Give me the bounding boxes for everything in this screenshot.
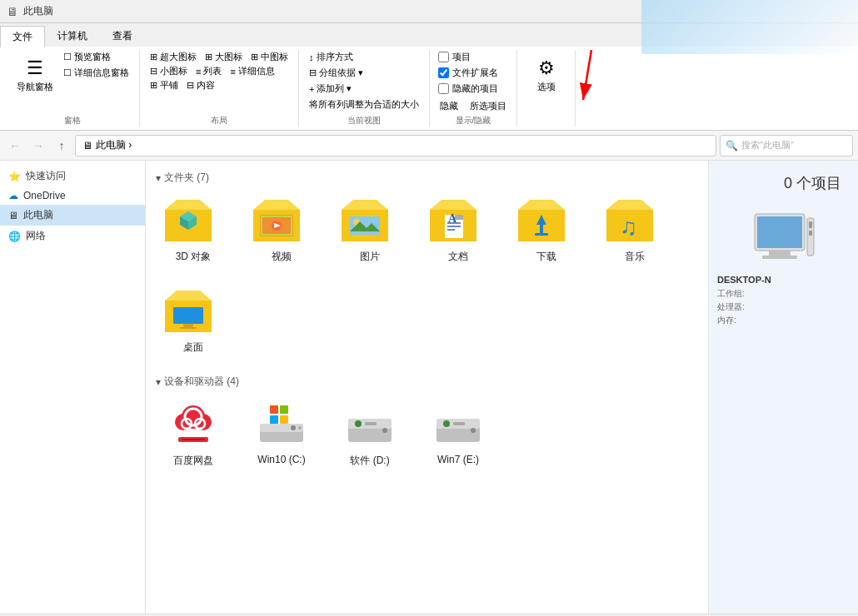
cb-item-checkboxes-input[interactable] <box>438 52 449 62</box>
item-count: 0 个项目 <box>717 169 850 193</box>
folder-video[interactable]: 视频 <box>244 190 319 267</box>
drives-chevron[interactable]: ▾ <box>156 376 161 388</box>
address-bar[interactable]: 🖥 此电脑 › <box>75 135 716 156</box>
svg-rect-61 <box>280 415 288 424</box>
folder-pictures[interactable]: 图片 <box>332 190 407 267</box>
btn-large[interactable]: ⊞ 大图标 <box>202 50 246 64</box>
btn-detail[interactable]: ≡ 详细信息 <box>227 64 277 78</box>
sidebar-item-network[interactable]: 🌐 网络 <box>0 226 145 246</box>
folder-documents[interactable]: A 文档 <box>421 190 496 267</box>
cb-file-ext-input[interactable] <box>438 67 449 78</box>
btn-add-col[interactable]: + 添加列 ▾ <box>306 82 356 96</box>
onedrive-label: OneDrive <box>23 190 66 201</box>
cb-hidden-items-input[interactable] <box>438 83 449 94</box>
workgroup: 工作组: <box>717 288 850 300</box>
svg-line-1 <box>583 50 591 100</box>
folder-pictures-icon <box>341 193 399 246</box>
btn-details-pane[interactable]: ☐ 详细信息窗格 <box>60 66 132 80</box>
drive-d[interactable]: 软件 (D:) <box>332 394 407 471</box>
btn-list[interactable]: ≡ 列表 <box>192 64 225 78</box>
drives-label: 设备和驱动器 (4) <box>164 375 239 389</box>
svg-rect-53 <box>182 439 205 440</box>
ribbon-group-panes: ☰ 导航窗格 ☐ 预览窗格 ☐ 详细信息窗格 窗格 <box>5 50 140 127</box>
preview-label: 预览窗格 <box>74 51 111 63</box>
title-bar: 🖥 此电脑 <box>0 0 858 23</box>
ribbon-tabs: 文件 计算机 查看 <box>0 23 858 47</box>
nav-pane-icon: ☰ <box>27 57 43 79</box>
file-content: ▾ 文件夹 (7) <box>146 161 708 614</box>
btn-back[interactable]: ← <box>5 136 25 156</box>
btn-preview-pane[interactable]: ☐ 预览窗格 <box>60 50 132 64</box>
folder-downloads[interactable]: 下载 <box>509 190 584 267</box>
folder-music[interactable]: ♫ 音乐 <box>597 190 672 267</box>
btn-hide-selected[interactable]: 所选项目 <box>466 99 510 113</box>
sidebar-item-quickaccess[interactable]: ⭐ 快速访问 <box>0 166 145 186</box>
content-icon: ⊟ <box>187 80 194 91</box>
folder-desktop-icon <box>164 284 222 337</box>
btn-sort[interactable]: ↕ 排序方式 <box>306 50 357 64</box>
network-icon: 🌐 <box>8 231 21 242</box>
btn-fit-col[interactable]: 将所有列调整为合适的大小 <box>306 97 422 112</box>
svg-marker-37 <box>606 200 653 210</box>
details-label: 详细信息窗格 <box>74 67 129 79</box>
ribbon-content: ☰ 导航窗格 ☐ 预览窗格 ☐ 详细信息窗格 窗格 <box>0 47 858 131</box>
cb-item-checkboxes[interactable]: 项目 <box>436 50 472 64</box>
drive-c-icon <box>252 397 311 450</box>
tab-view[interactable]: 查看 <box>100 25 145 47</box>
btn-options[interactable]: ⚙ 选项 <box>527 50 566 100</box>
preview-check: ☐ <box>63 52 72 62</box>
tab-computer[interactable]: 计算机 <box>45 25 100 47</box>
btn-medium[interactable]: ⊞ 中图标 <box>247 50 292 64</box>
computer-illustration <box>751 210 817 268</box>
onedrive-icon: ☁ <box>8 190 18 201</box>
btn-group[interactable]: ⊟ 分组依据 ▾ <box>306 66 367 80</box>
ribbon-group-show-hide: 项目 文件扩展名 隐藏的项目 隐藏 所选项目 <box>430 50 517 127</box>
detail-icon: ≡ <box>230 67 235 77</box>
cb-file-ext[interactable]: 文件扩展名 <box>436 66 500 80</box>
cb-hidden-items-label: 隐藏的项目 <box>452 82 498 95</box>
svg-rect-60 <box>270 415 278 424</box>
btn-tile[interactable]: ⊞ 平铺 <box>147 78 182 92</box>
drive-e[interactable]: Win7 (E:) <box>421 394 496 471</box>
sidebar-item-thispc[interactable]: 🖥 此电脑 <box>0 205 145 226</box>
svg-rect-65 <box>365 422 377 425</box>
hide-row: 隐藏 所选项目 <box>436 99 510 113</box>
svg-rect-73 <box>757 216 802 248</box>
folder-pictures-label: 图片 <box>360 250 380 264</box>
drive-baidu-icon <box>164 397 222 450</box>
btn-extra-large[interactable]: ⊞ 超大图标 <box>147 50 200 64</box>
btn-nav-pane[interactable]: ☰ 导航窗格 <box>12 50 58 100</box>
folder-documents-label: 文档 <box>448 250 468 264</box>
btn-up[interactable]: ↑ <box>52 136 72 156</box>
btn-content[interactable]: ⊟ 内容 <box>183 78 218 92</box>
drives-section-header: ▾ 设备和驱动器 (4) <box>156 371 698 394</box>
address-path: 此电脑 › <box>96 138 132 152</box>
svg-marker-9 <box>253 200 300 210</box>
svg-rect-35 <box>535 233 548 236</box>
drive-d-icon <box>341 397 399 450</box>
btn-small[interactable]: ⊟ 小图标 <box>147 64 191 78</box>
tile-label: 平铺 <box>160 79 178 92</box>
folder-desktop[interactable]: 桌面 <box>156 281 231 358</box>
drive-baidu[interactable]: 百度网盘 <box>156 394 231 471</box>
folder-3d-icon <box>164 193 222 246</box>
cb-hidden-items[interactable]: 隐藏的项目 <box>436 82 500 96</box>
svg-rect-59 <box>280 405 288 414</box>
svg-text:♫: ♫ <box>620 214 637 240</box>
btn-hide[interactable]: 隐藏 <box>436 99 461 113</box>
search-bar[interactable]: 🔍 搜索"此电脑" <box>720 135 853 156</box>
btn-forward[interactable]: → <box>28 136 48 156</box>
drive-e-icon <box>429 397 487 450</box>
folders-chevron[interactable]: ▾ <box>156 172 161 184</box>
drive-c[interactable]: Win10 (C:) <box>244 394 319 471</box>
svg-point-66 <box>382 428 387 433</box>
drive-baidu-label: 百度网盘 <box>173 454 213 468</box>
svg-rect-75 <box>762 256 797 259</box>
cb-item-checkboxes-label: 项目 <box>452 51 471 63</box>
sidebar-item-onedrive[interactable]: ☁ OneDrive <box>0 186 145 205</box>
detail-label: 详细信息 <box>238 65 275 77</box>
list-label: 列表 <box>203 65 222 77</box>
tab-file[interactable]: 文件 <box>0 26 45 47</box>
quickaccess-icon: ⭐ <box>8 171 21 182</box>
folder-3d[interactable]: 3D 对象 <box>156 190 231 267</box>
